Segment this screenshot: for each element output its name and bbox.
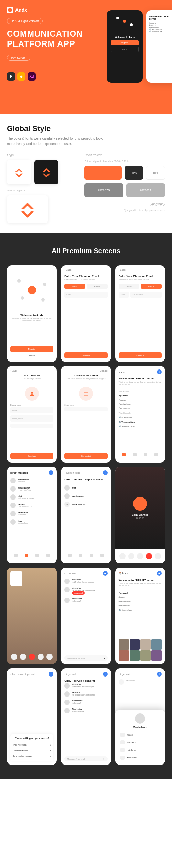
back-button[interactable]: ‹ Back	[10, 369, 53, 372]
voice-channel[interactable]: 🔊 video share	[119, 416, 162, 418]
media-thumb[interactable]	[151, 650, 162, 661]
voice-member[interactable]: samirahman	[64, 493, 107, 499]
nav-icon[interactable]	[133, 453, 137, 456]
dm-item[interactable]: jesssee you later	[10, 519, 53, 525]
back-button[interactable]: ‹ ihhut server # general	[10, 673, 35, 675]
voice-channel[interactable]: 🔊 Team matting	[119, 421, 162, 423]
hangup-button[interactable]	[29, 654, 35, 660]
channel-item[interactable]: # general	[119, 395, 162, 397]
nav-icon[interactable]	[154, 453, 158, 456]
message-input[interactable]: Message # general ➤	[64, 756, 107, 761]
phone-input[interactable]: 170 456 7890	[130, 292, 162, 298]
name-input[interactable]: name	[10, 407, 53, 413]
video-button[interactable]	[137, 553, 143, 559]
back-button[interactable]: ‹ Back	[64, 269, 107, 271]
back-button[interactable]: ‹ # general	[64, 673, 76, 675]
nav-icon[interactable]	[90, 554, 93, 557]
add-button[interactable]: +	[157, 369, 162, 374]
dm-item[interactable]: moinulokay sounds good	[10, 503, 53, 508]
add-button[interactable]: +	[103, 571, 108, 576]
login-link[interactable]: Log in	[10, 352, 53, 358]
nav-icon[interactable]	[46, 554, 50, 557]
speaker-button[interactable]	[128, 553, 135, 559]
register-button[interactable]: Register	[10, 346, 53, 352]
server-icon-upload[interactable]	[79, 387, 93, 401]
mute-button[interactable]	[119, 553, 126, 559]
self-video[interactable]	[10, 571, 22, 586]
phone-tab[interactable]: Phone	[141, 284, 162, 289]
setup-icon[interactable]: Upload server icon›	[13, 748, 51, 753]
popup-invite[interactable]: Invite Server	[119, 746, 162, 754]
channel-item[interactable]: # general	[119, 592, 162, 594]
popup-message[interactable]: Message	[119, 731, 162, 739]
nav-icon[interactable]	[144, 453, 147, 456]
add-button[interactable]: +	[157, 672, 162, 677]
add-button[interactable]: +	[49, 470, 53, 475]
more-button[interactable]	[155, 553, 161, 559]
back-button[interactable]: ‹ support voice	[64, 472, 80, 474]
home-button[interactable]: 🏠 home	[119, 572, 128, 575]
continue-button[interactable]: Continue	[119, 352, 162, 358]
back-button[interactable]: ‹ Back	[119, 269, 162, 271]
channel-item[interactable]: # designteam	[119, 403, 162, 405]
nav-icon[interactable]	[25, 554, 28, 557]
add-button[interactable]: +	[157, 571, 162, 576]
video-button[interactable]	[38, 654, 44, 660]
popup-finish[interactable]: Finish setup	[119, 739, 162, 746]
invite-friends[interactable]: +Invite Friends	[64, 502, 107, 507]
message-input[interactable]: Message # general ➤	[64, 655, 107, 661]
nav-icon[interactable]	[35, 554, 39, 557]
email-tab[interactable]: Email	[119, 284, 140, 289]
home-button[interactable]: home	[119, 371, 125, 373]
channel-item[interactable]: # support	[119, 596, 162, 598]
dm-item[interactable]: rifatlast message preview	[10, 494, 53, 500]
setup-invite[interactable]: Invite your friends›	[13, 742, 51, 748]
send-icon[interactable]: ➤	[103, 657, 105, 659]
email-tab[interactable]: Email	[64, 284, 85, 289]
more-button[interactable]	[46, 654, 53, 660]
media-thumb[interactable]	[140, 639, 151, 650]
hangup-button[interactable]	[146, 553, 152, 559]
media-thumb[interactable]	[130, 639, 140, 650]
popup-hide[interactable]: Hide Channel	[119, 754, 162, 761]
media-thumb[interactable]	[119, 650, 129, 661]
media-thumb[interactable]	[119, 639, 129, 650]
channel-item[interactable]: # developers	[119, 604, 162, 606]
add-button[interactable]: +	[103, 672, 108, 677]
add-button[interactable]: +	[49, 672, 53, 677]
extra-input[interactable]	[10, 424, 53, 428]
voice-channel[interactable]: 🔊 Support Voice	[119, 425, 162, 427]
email-input[interactable]: Email	[64, 292, 107, 298]
dm-item[interactable]: nurmuhdzthanks bro	[10, 511, 53, 516]
media-thumb[interactable]	[140, 650, 151, 661]
nav-icon[interactable]	[100, 554, 104, 557]
country-code[interactable]: +880	[119, 292, 129, 298]
channel-item[interactable]: # designteam	[119, 600, 162, 602]
continue-button[interactable]: Continue	[64, 352, 107, 358]
nav-icon[interactable]	[79, 554, 82, 557]
back-button[interactable]: ‹ # general	[64, 572, 76, 575]
server-name-input[interactable]	[64, 407, 107, 411]
media-thumb[interactable]	[130, 650, 140, 661]
nav-icon[interactable]	[68, 554, 72, 557]
continue-button[interactable]: Continue	[10, 453, 53, 459]
add-button[interactable]: +	[103, 470, 108, 475]
dm-item[interactable]: alisalimanovhi man what's up	[10, 486, 53, 492]
avatar-upload[interactable]	[25, 387, 39, 401]
phone-tab[interactable]: Phone	[87, 284, 108, 289]
media-thumb[interactable]	[151, 639, 162, 650]
dm-item[interactable]: akmorshednomoskar	[10, 478, 53, 483]
create-button[interactable]: Get started	[64, 453, 107, 459]
send-icon[interactable]: ➤	[103, 758, 105, 760]
voice-channel[interactable]: 🔊 video share	[119, 609, 162, 611]
setup-message[interactable]: Send your first message›	[13, 753, 51, 759]
back-button[interactable]: ‹ # general	[119, 673, 130, 675]
mute-button[interactable]	[11, 654, 17, 660]
voice-member[interactable]: rifat	[64, 485, 107, 491]
cancel-button[interactable]: Cancel	[64, 369, 107, 372]
flip-button[interactable]	[20, 654, 26, 660]
channel-item[interactable]: # developers	[119, 407, 162, 409]
about-input[interactable]: About yourself	[10, 415, 53, 422]
nav-icon[interactable]	[122, 453, 126, 456]
channel-item[interactable]: # support	[119, 399, 162, 401]
